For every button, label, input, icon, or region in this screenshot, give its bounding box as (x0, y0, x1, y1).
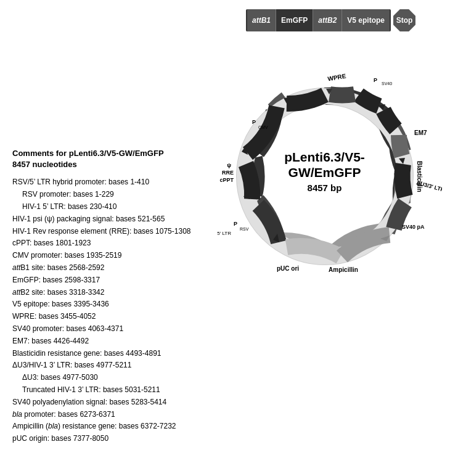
linear-map-bar: attB1 EmGFP attB2 V5 epitope (246, 9, 391, 31)
comments-list: RSV/5’ LTR hybrid promoter: bases 1-410 … (12, 176, 197, 445)
svg-text:SV40 pA: SV40 pA (402, 224, 425, 230)
list-item: Ampicillin (bla) resistance gene: bases … (12, 421, 197, 433)
list-item: RSV/5’ LTR hybrid promoter: bases 1-410 (12, 176, 197, 189)
svg-text:CMV: CMV (258, 125, 268, 129)
svg-text:ψ: ψ (227, 162, 231, 168)
list-item: WPRE: bases 3455-4052 (12, 311, 197, 323)
svg-text:5' LTR: 5' LTR (217, 231, 231, 236)
list-item: EmGFP: bases 2598-3317 (12, 274, 197, 287)
svg-text:cPPT: cPPT (219, 177, 234, 183)
plasmid-bp: 8457 bp (276, 183, 374, 193)
comments-title: Comments for pLenti6.3/V5-GW/EmGFP8457 n… (12, 148, 197, 170)
svg-text:Ampicillin: Ampicillin (329, 266, 358, 273)
plasmid-title: pLenti6.3/V5-GW/EmGFP 8457 bp (276, 149, 374, 193)
list-item: ΔU3: bases 4977-5030 (12, 372, 197, 384)
svg-text:RRE: RRE (221, 170, 233, 176)
list-item: Blasticidin resistance gene: bases 4493-… (12, 348, 197, 360)
list-item: cPPT: bases 1801-1923 (12, 237, 197, 250)
svg-text:pUC ori: pUC ori (276, 265, 298, 272)
plasmid-name: pLenti6.3/V5-GW/EmGFP (276, 149, 374, 180)
v5-segment: V5 epitope (342, 9, 390, 31)
list-item: HIV-1 Rev response element (RRE): bases … (12, 226, 197, 238)
list-item: EM7: bases 4426-4492 (12, 335, 197, 348)
svg-text:Blasticidin: Blasticidin (416, 161, 423, 192)
svg-text:EM7: EM7 (414, 129, 427, 136)
svg-text:P: P (251, 119, 255, 125)
list-item: ΔU3/HIV-1 3’ LTR: bases 4977-5211 (12, 359, 197, 372)
list-item: CMV promoter: bases 1935-2519 (12, 250, 197, 262)
linear-map: attB1 EmGFP attB2 V5 epitope Stop (246, 9, 415, 31)
svg-text:WPRE: WPRE (327, 72, 346, 82)
list-item: HIV-1 5’ LTR: bases 230-410 (12, 201, 197, 213)
list-item: V5 epitope: bases 3395-3436 (12, 298, 197, 311)
main-container: Comments for pLenti6.3/V5-GW/EmGFP8457 n… (0, 0, 458, 476)
list-item: RSV promoter: bases 1-229 (12, 189, 197, 201)
plasmid-container: WPRE P SV40 EM7 Blasticidin ΔU3/3' LTR S… (208, 44, 442, 303)
list-item: bla promoter: bases 6273-6371 (12, 409, 197, 421)
list-item: Truncated HIV-1 3’ LTR: bases 5031-5211 (12, 384, 197, 396)
svg-text:SV40: SV40 (382, 81, 392, 86)
list-item: pUC origin: bases 7377-8050 (12, 433, 197, 445)
svg-text:RSV: RSV (240, 227, 249, 231)
list-item: SV40 promoter: bases 4063-4371 (12, 323, 197, 335)
list-item: HIV-1 psi (ψ) packaging signal: bases 52… (12, 213, 197, 226)
stop-badge: Stop (393, 9, 415, 31)
svg-text:P: P (233, 221, 237, 227)
list-item: SV40 polyadenylation signal: bases 5283-… (12, 396, 197, 409)
attb1-segment: attB1 (247, 9, 276, 31)
attb2-segment: attB2 (313, 9, 342, 31)
list-item: attB2 site: bases 3318-3342 (12, 287, 197, 299)
left-panel: Comments for pLenti6.3/V5-GW/EmGFP8457 n… (6, 6, 197, 470)
list-item: attB1 site: bases 2568-2592 (12, 262, 197, 274)
emgfp-segment: EmGFP (276, 9, 313, 31)
svg-text:P: P (373, 77, 377, 83)
right-panel: attB1 EmGFP attB2 V5 epitope Stop (197, 6, 452, 470)
